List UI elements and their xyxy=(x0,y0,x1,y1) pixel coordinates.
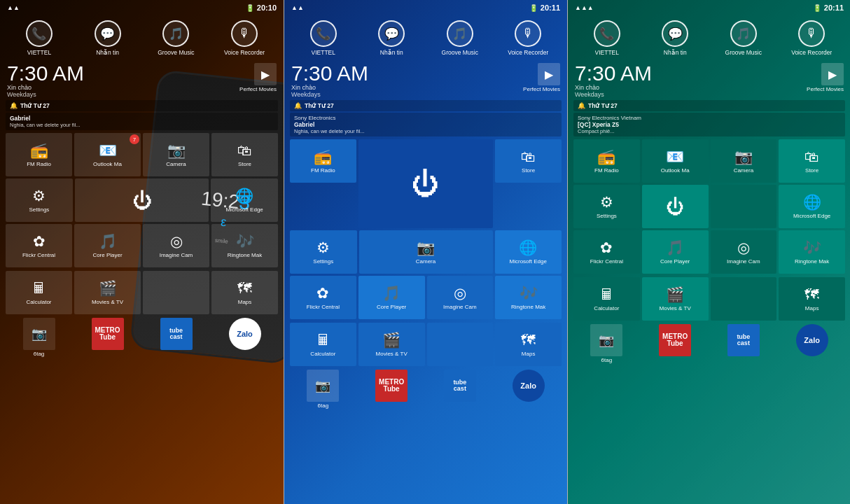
tile-fmradio-3[interactable]: 📻 FM Radio xyxy=(573,139,640,183)
screen1-statusbar: ▲▲ 🔋 20:10 xyxy=(0,0,284,15)
tile-camera-1[interactable]: 📷 Camera xyxy=(143,133,209,176)
screen2-time-block: 7:30 AM Xin chào Weekdays ▶ Perfect Movi… xyxy=(284,62,567,99)
imaginecam-label-3: Imagine Cam xyxy=(727,258,760,265)
tile-fmradio-2[interactable]: 📻 FM Radio xyxy=(290,139,356,183)
app-groove-2[interactable]: 🎵 Groove Music xyxy=(426,16,494,61)
app-nhantim-1[interactable]: 💬 Nhắn tin xyxy=(74,16,141,61)
settings-label-1: Settings xyxy=(29,206,49,214)
app-voicerec-2[interactable]: 🎙 Voice Recorder xyxy=(495,16,562,61)
tile-imaginecam-3[interactable]: ◎ Imagine Cam xyxy=(711,230,777,274)
tile-coreplayer-3[interactable]: 🎵 Core Player xyxy=(642,230,709,274)
tile-outlook-1[interactable]: 📧 Outlook Ma 7 xyxy=(74,133,141,176)
app-voicerec-3[interactable]: 🎙 Voice Recorder xyxy=(779,16,846,61)
screen2-notif-msg[interactable]: Sony Electronics Gabriel Nghia, can we d… xyxy=(290,113,562,136)
screen1-notif-msg[interactable]: Gabriel Nghia, can we delete your fil... xyxy=(6,113,278,130)
perfect-movies-tile-1[interactable]: ▶ xyxy=(254,63,277,85)
tile-tubecast-3[interactable]: tubecast xyxy=(711,324,777,363)
tile-edge-2[interactable]: 🌐 Microsoft Edge xyxy=(495,230,562,274)
tile-settings-3[interactable]: ⚙ Settings xyxy=(573,185,640,228)
tile-tubecast-1[interactable]: tubecast xyxy=(143,318,209,357)
tile-6tag-2[interactable]: 📷 6tag xyxy=(290,370,356,409)
edge-label-1: Microsoft Edge xyxy=(225,206,263,214)
imaginecam-icon-2: ◎ xyxy=(454,285,466,302)
tile-metrotube-3[interactable]: METROTube xyxy=(642,324,709,363)
tile-settings-2[interactable]: ⚙ Settings xyxy=(290,230,357,274)
app-groove-3[interactable]: 🎵 Groove Music xyxy=(710,16,777,61)
tile-coreplayer-2[interactable]: 🎵 Core Player xyxy=(358,276,425,319)
store-icon-2: 🛍 xyxy=(521,148,536,165)
tile-6tag-3[interactable]: 📷 6tag xyxy=(573,324,640,363)
app-nhantim-2[interactable]: 💬 Nhắn tin xyxy=(358,16,426,61)
flickr-label-3: Flickr Central xyxy=(590,258,623,265)
tile-power-2[interactable]: ⏻ xyxy=(358,139,494,228)
groove-label-3: Groove Music xyxy=(725,49,762,56)
tile-zalo-3[interactable]: Zalo xyxy=(779,324,845,363)
tile-zalo-1[interactable]: Zalo xyxy=(211,318,278,357)
tile-maps-3[interactable]: 🗺 Maps xyxy=(779,277,845,321)
screen2-notif-row[interactable]: 🔔 Thứ Tư 27 xyxy=(290,100,562,111)
tile-maps-1[interactable]: 🗺 Maps xyxy=(211,271,278,314)
screen3-notif-msg[interactable]: Sony Electronics Vietnam [QC] Xperia Z5 … xyxy=(573,113,845,136)
tile-calc-1[interactable]: 🖩 Calculator xyxy=(6,271,72,314)
tile-zalo-2[interactable]: Zalo xyxy=(495,370,562,409)
6tag-label-3: 6tag xyxy=(601,357,613,363)
tile-settings-1[interactable]: ⚙ Settings xyxy=(6,178,73,222)
tile-empty-1 xyxy=(143,271,209,314)
screen1-notif-row[interactable]: 🔔 Thứ Tư 27 xyxy=(6,100,278,111)
tile-ringtone-1[interactable]: 🎶 Ringtone Mak xyxy=(211,224,278,267)
screen1-row3: ✿ Flickr Central 🎵 Core Player ◎ Imagine… xyxy=(6,224,278,267)
app-viettel-1[interactable]: 📞 VIETTEL xyxy=(6,16,73,61)
outlook-badge-1: 7 xyxy=(130,134,139,144)
tile-store-2[interactable]: 🛍 Store xyxy=(495,139,562,183)
app-voicerec-1[interactable]: 🎙 Voice Recorder xyxy=(211,16,278,61)
screen2-time: 20:11 xyxy=(541,4,560,12)
tile-coreplayer-1[interactable]: 🎵 Core Player xyxy=(74,224,141,267)
app-groove-1[interactable]: 🎵 Groove Music xyxy=(143,16,210,61)
perfect-movies-tile-2[interactable]: ▶ xyxy=(538,63,560,85)
tile-movies-3[interactable]: 🎬 Movies & TV xyxy=(642,277,709,321)
zalo-text-3: Zalo xyxy=(804,336,820,344)
tile-store-3[interactable]: 🛍 Store xyxy=(779,139,845,183)
flickr-icon-2: ✿ xyxy=(316,285,329,302)
voicerec-label-1: Voice Recorder xyxy=(224,49,265,56)
app-viettel-2[interactable]: 📞 VIETTEL xyxy=(290,16,357,61)
perfect-movies-tile-3[interactable]: ▶ xyxy=(821,63,844,85)
app-viettel-3[interactable]: 📞 VIETTEL xyxy=(573,16,641,61)
tile-fmradio-1[interactable]: 📻 FM Radio xyxy=(6,133,72,176)
tile-6tag-1[interactable]: 📷 6tag xyxy=(6,318,72,357)
tile-flickr-1[interactable]: ✿ Flickr Central xyxy=(6,224,72,267)
calc-label-2: Calculator xyxy=(310,351,335,358)
tile-imaginecam-2[interactable]: ◎ Imagine Cam xyxy=(427,276,494,319)
screen3-sony-vn: Sony Electronics Vietnam xyxy=(578,115,841,121)
tile-flickr-3[interactable]: ✿ Flickr Central xyxy=(573,230,640,274)
app-nhantim-3[interactable]: 💬 Nhắn tin xyxy=(642,16,709,61)
tile-ringtone-3[interactable]: 🎶 Ringtone Mak xyxy=(779,230,845,274)
tile-power-1[interactable]: ⏻ xyxy=(75,178,209,222)
tile-camera-2[interactable]: 📷 Camera xyxy=(359,230,493,274)
tile-maps-2[interactable]: 🗺 Maps xyxy=(495,323,562,366)
tile-outlook-3[interactable]: 📧 Outlook Ma xyxy=(642,139,709,183)
tile-movies-1[interactable]: 🎬 Movies & TV xyxy=(74,271,141,314)
tile-movies-2[interactable]: 🎬 Movies & TV xyxy=(358,323,425,366)
camera-icon-1: 📷 xyxy=(167,142,186,159)
tile-metrotube-1[interactable]: METROTube xyxy=(74,318,141,357)
tile-store-1[interactable]: 🛍 Store xyxy=(211,133,278,176)
tile-calc-2[interactable]: 🖩 Calculator xyxy=(290,323,356,366)
screen3-notif-row[interactable]: 🔔 Thứ Tư 27 xyxy=(573,100,845,111)
tile-flickr-2[interactable]: ✿ Flickr Central xyxy=(290,276,356,319)
tile-metrotube-2[interactable]: METROTube xyxy=(358,370,425,409)
tile-ringtone-2[interactable]: 🎶 Ringtone Mak xyxy=(495,276,562,319)
tile-power-3[interactable]: ⏻ xyxy=(642,185,709,228)
tile-calc-3[interactable]: 🖩 Calculator xyxy=(573,277,640,321)
tile-tubecast-2[interactable]: tubecast xyxy=(427,370,494,409)
screen1-xin-chao: Xin chào xyxy=(7,84,84,91)
screen3-battery: 🔋 xyxy=(813,4,821,12)
tile-edge-1[interactable]: 🌐 Microsoft Edge xyxy=(211,178,278,222)
tile-imaginecam-1[interactable]: ◎ Imagine Cam xyxy=(143,224,209,267)
tile-camera-3[interactable]: 📷 Camera xyxy=(711,139,777,183)
tile-edge-3[interactable]: 🌐 Microsoft Edge xyxy=(779,185,845,228)
6tag-label-1: 6tag xyxy=(34,351,45,357)
groove-label-2: Groove Music xyxy=(442,49,478,56)
settings-icon-3: ⚙ xyxy=(600,194,613,211)
imaginecam-label-2: Imagine Cam xyxy=(443,304,477,311)
